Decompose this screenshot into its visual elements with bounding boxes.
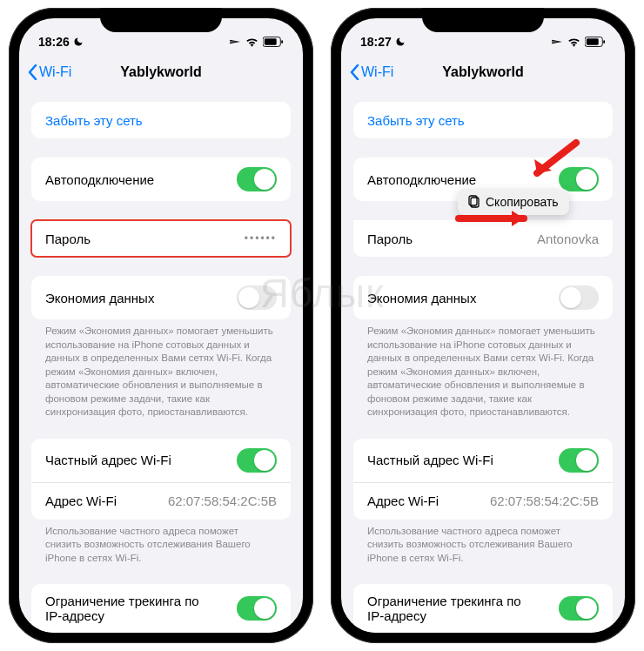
chevron-left-icon <box>350 64 359 80</box>
screen-left: 18:26 Wi-Fi Yablykworld Забыть эт <box>19 18 303 633</box>
back-button[interactable]: Wi-Fi <box>350 64 393 80</box>
lowdata-footer: Режим «Экономия данных» помогает уменьши… <box>353 319 613 419</box>
autojoin-label: Автоподключение <box>45 172 154 187</box>
autojoin-label: Автоподключение <box>367 172 476 187</box>
arrow-annotation-icon <box>524 138 585 182</box>
password-row[interactable]: Пароль •••••• <box>31 220 291 257</box>
screen-right: 18:27 Wi-Fi Yablykworld Забыть эт <box>341 18 625 633</box>
private-addr-toggle[interactable] <box>559 448 599 473</box>
notch <box>100 8 222 32</box>
status-time: 18:26 <box>38 35 70 49</box>
private-addr-row: Частный адрес Wi-Fi <box>31 439 291 483</box>
svg-rect-5 <box>603 40 605 44</box>
moon-icon <box>395 37 406 47</box>
nav-bar: Wi-Fi Yablykworld <box>19 55 303 90</box>
wifi-addr-label: Адрес Wi-Fi <box>367 493 439 508</box>
forget-label: Забыть эту сеть <box>45 113 143 128</box>
nav-bar: Wi-Fi Yablykworld <box>341 55 625 90</box>
svg-rect-1 <box>265 38 277 44</box>
wifi-addr-label: Адрес Wi-Fi <box>45 493 117 508</box>
back-label: Wi-Fi <box>361 64 393 80</box>
lowdata-toggle[interactable] <box>559 285 599 310</box>
private-addr-label: Частный адрес Wi-Fi <box>45 453 171 467</box>
phone-right: 18:27 Wi-Fi Yablykworld Забыть эт <box>331 8 635 643</box>
password-label: Пароль <box>45 232 91 246</box>
lowdata-label: Экономия данных <box>45 291 154 305</box>
autojoin-toggle[interactable] <box>237 167 277 191</box>
wifi-addr-row: Адрес Wi-Fi 62:07:58:54:2C:5B <box>353 483 613 520</box>
status-time: 18:27 <box>360 35 392 49</box>
forget-network-button[interactable]: Забыть эту сеть <box>353 102 613 138</box>
private-addr-row: Частный адрес Wi-Fi <box>353 439 613 483</box>
chevron-left-icon <box>28 64 37 80</box>
lowdata-row: Экономия данных <box>353 276 613 319</box>
wifi-icon <box>245 37 258 47</box>
arrow-annotation-icon <box>454 208 541 229</box>
battery-icon <box>263 37 284 47</box>
password-value: •••••• <box>245 232 277 245</box>
lowdata-label: Экономия данных <box>367 291 476 305</box>
lowdata-footer: Режим «Экономия данных» помогает уменьши… <box>31 319 291 419</box>
wifi-addr-value: 62:07:58:54:2C:5B <box>168 493 277 508</box>
copy-label: Скопировать <box>486 195 559 209</box>
battery-icon <box>585 37 606 47</box>
private-addr-footer: Использование частного адреса поможет сн… <box>31 520 291 566</box>
moon-icon <box>73 37 84 47</box>
notch <box>422 8 544 32</box>
page-title: Yablykworld <box>120 64 201 80</box>
wifi-addr-value: 62:07:58:54:2C:5B <box>490 493 599 508</box>
limit-tracking-row: Ограничение трекинга по IP-адресу <box>353 584 613 633</box>
private-addr-label: Частный адрес Wi-Fi <box>367 453 493 467</box>
forget-label: Забыть эту сеть <box>367 113 465 128</box>
back-label: Wi-Fi <box>39 64 71 80</box>
airplane-icon <box>229 36 241 48</box>
password-value: Antonovka <box>537 232 599 246</box>
svg-rect-2 <box>281 40 283 44</box>
autojoin-row: Автоподключение <box>31 158 291 201</box>
svg-rect-4 <box>587 38 599 44</box>
private-addr-footer: Использование частного адреса поможет сн… <box>353 520 613 566</box>
password-label: Пароль <box>367 232 413 246</box>
limit-tracking-label: Ограничение трекинга по IP-адресу <box>367 594 541 623</box>
lowdata-toggle[interactable] <box>237 285 277 310</box>
airplane-icon <box>551 36 563 48</box>
limit-tracking-toggle[interactable] <box>237 596 277 621</box>
lowdata-row: Экономия данных <box>31 276 291 319</box>
limit-tracking-row: Ограничение трекинга по IP-адресу <box>31 584 291 633</box>
limit-tracking-label: Ограничение трекинга по IP-адресу <box>45 594 219 623</box>
page-title: Yablykworld <box>442 64 523 80</box>
back-button[interactable]: Wi-Fi <box>28 64 71 80</box>
phone-left: 18:26 Wi-Fi Yablykworld Забыть эт <box>9 8 313 643</box>
forget-network-button[interactable]: Забыть эту сеть <box>31 102 291 138</box>
wifi-addr-row: Адрес Wi-Fi 62:07:58:54:2C:5B <box>31 483 291 520</box>
limit-tracking-toggle[interactable] <box>559 596 599 621</box>
wifi-icon <box>567 37 580 47</box>
copy-icon <box>468 195 480 209</box>
private-addr-toggle[interactable] <box>237 448 277 473</box>
